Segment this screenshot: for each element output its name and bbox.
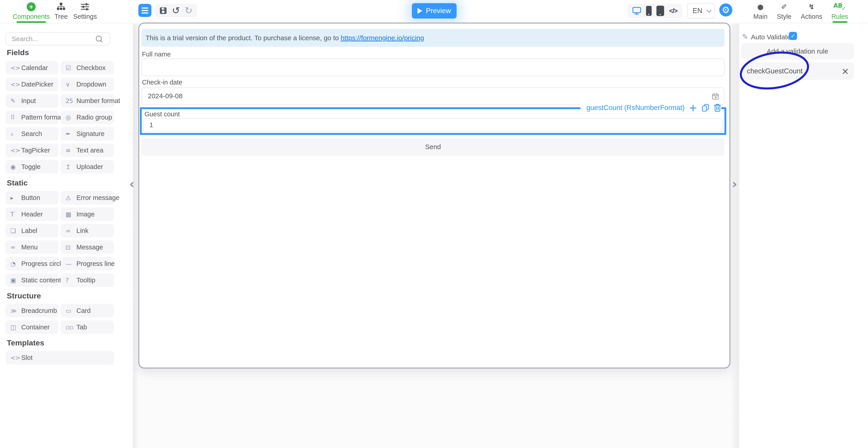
textarea-icon: ≡: [66, 147, 76, 153]
tab-style[interactable]: ✐ Style: [774, 2, 794, 20]
rule-name: checkGuestCount: [747, 67, 841, 75]
component-item[interactable]: ↥ Uploader: [61, 160, 114, 173]
tab-tree[interactable]: Tree: [51, 2, 71, 20]
component-item[interactable]: ⚠ Error message: [61, 191, 114, 204]
component-item[interactable]: ⊡ Message: [61, 241, 114, 254]
component-item[interactable]: <> Slot: [5, 351, 114, 364]
component-item-label: Input: [21, 97, 36, 105]
message-icon: ⊡: [66, 244, 76, 250]
component-item[interactable]: ⠿ Pattern format: [5, 110, 59, 124]
component-item-label: Tooltip: [76, 277, 95, 284]
tab-components[interactable]: + Components: [17, 2, 46, 20]
tab-settings-label: Settings: [73, 13, 97, 20]
component-item-label: Dropdown: [76, 81, 106, 88]
tab-actions[interactable]: ↯ Actions: [800, 2, 824, 20]
component-item[interactable]: ≫ Breadcrumb: [5, 304, 59, 317]
component-item-label: Radio group: [76, 114, 112, 121]
component-item[interactable]: ❏ Label: [5, 224, 59, 237]
redo-button[interactable]: ↻: [184, 6, 192, 15]
validation-rule-row[interactable]: checkGuestCount ×: [741, 62, 854, 80]
chevron-down-icon: [707, 8, 712, 13]
component-item[interactable]: ▸ Button: [5, 191, 59, 204]
checkin-date-field: [142, 88, 724, 105]
component-item[interactable]: ◔ Progress circle: [5, 257, 59, 270]
tab-components-label: Components: [13, 13, 50, 20]
save-button[interactable]: [159, 6, 167, 15]
copy-field-button[interactable]: [702, 104, 710, 112]
component-item[interactable]: ✒ Signature: [61, 127, 114, 140]
send-button[interactable]: Send: [142, 138, 724, 156]
component-item[interactable]: 25 Number format: [61, 94, 114, 107]
full-name-input[interactable]: [147, 59, 672, 75]
checkin-date-input[interactable]: [147, 88, 672, 104]
component-item-label: Progress circle: [21, 260, 65, 267]
section-title-structure: Structure: [7, 291, 41, 300]
component-item[interactable]: — Progress line: [61, 257, 114, 270]
language-value: EN: [692, 7, 702, 15]
tab-main[interactable]: ● Main: [750, 2, 770, 20]
component-item[interactable]: <> Calendar: [5, 61, 59, 74]
collapse-right-button[interactable]: ›: [732, 178, 737, 190]
add-validation-rule-button[interactable]: Add a validation rule: [741, 43, 854, 59]
guest-count-input[interactable]: [149, 119, 671, 131]
component-item[interactable]: ∞ Link: [61, 224, 114, 237]
component-item-label: Checkbox: [76, 64, 105, 72]
component-item-label: Calendar: [21, 64, 48, 72]
component-item[interactable]: ? Tooltip: [61, 274, 114, 287]
component-item[interactable]: ▭ Card: [61, 304, 114, 317]
collapse-left-button[interactable]: ‹: [129, 178, 134, 190]
desktop-view-button[interactable]: [632, 7, 641, 15]
tab-actions-label: Actions: [801, 13, 822, 20]
component-item[interactable]: = Menu: [5, 241, 59, 254]
search-input[interactable]: [11, 33, 98, 45]
component-item[interactable]: T Header: [5, 207, 59, 221]
component-item[interactable]: ▫▫ Tab: [61, 320, 114, 334]
guest-count-label: Guest count: [145, 110, 180, 118]
add-field-button[interactable]: +: [688, 102, 698, 113]
remove-rule-button[interactable]: ×: [841, 67, 849, 76]
auto-validate-checkbox[interactable]: ✓: [789, 32, 797, 40]
slot-icon: <>: [10, 355, 21, 361]
component-item-label: Text area: [76, 147, 103, 154]
selected-field-tag: guestCount (RsNumberFormat): [586, 104, 684, 112]
copy-icon: [702, 104, 710, 112]
component-item[interactable]: ▦ Image: [61, 207, 114, 221]
component-item[interactable]: ◫ Container: [5, 320, 59, 334]
component-item[interactable]: ⌕ Search: [5, 127, 59, 140]
component-item[interactable]: <> DatePicker: [5, 77, 59, 91]
settings-gear-button[interactable]: ⚙: [719, 3, 733, 17]
main-circle-icon: ●: [757, 2, 764, 11]
preview-button[interactable]: Preview: [412, 3, 457, 19]
tablet-view-button[interactable]: [656, 6, 664, 16]
tab-settings[interactable]: Settings: [74, 2, 96, 20]
guest-count-section-selected[interactable]: guestCount (RsNumberFormat) + Guest coun…: [140, 107, 726, 135]
component-item-label: Toggle: [21, 163, 40, 170]
edit-history-group: ↺ ↻: [155, 4, 197, 18]
calendar-icon[interactable]: [712, 93, 719, 101]
hamburger-icon: [142, 7, 148, 8]
component-item[interactable]: ≡ Text area: [61, 143, 114, 157]
chevron-down-icon: ∨: [66, 81, 76, 88]
formengine-app: + Components Tree Settings Fields: [0, 0, 868, 448]
component-item[interactable]: ✎ Input: [5, 94, 59, 107]
component-item[interactable]: ▣ Static content: [5, 274, 59, 287]
component-item-label: Message: [76, 244, 103, 251]
menu-button[interactable]: [138, 4, 151, 17]
auto-validate-label: Auto Validate: [751, 33, 791, 41]
component-item[interactable]: <> TagPicker: [5, 143, 59, 157]
progress-line-icon: —: [66, 261, 76, 267]
undo-button[interactable]: ↺: [172, 6, 180, 15]
component-item[interactable]: ☑ Checkbox: [61, 61, 114, 74]
delete-field-button[interactable]: [714, 103, 721, 112]
component-item-label: Tab: [76, 323, 87, 331]
code-view-button[interactable]: </>: [669, 7, 677, 15]
tab-rules[interactable]: AB ✓ Rules: [829, 2, 850, 20]
mobile-view-button[interactable]: [646, 6, 652, 16]
search-icon: ⌕: [10, 131, 21, 137]
component-item[interactable]: ∨ Dropdown: [61, 77, 114, 91]
pricing-link[interactable]: https://formengine.io/pricing: [341, 34, 424, 41]
language-select[interactable]: EN: [687, 3, 715, 19]
component-item[interactable]: ◎ Radio group: [61, 110, 114, 124]
toggle-icon: ◉: [10, 164, 21, 170]
component-item[interactable]: ◉ Toggle: [5, 160, 59, 173]
